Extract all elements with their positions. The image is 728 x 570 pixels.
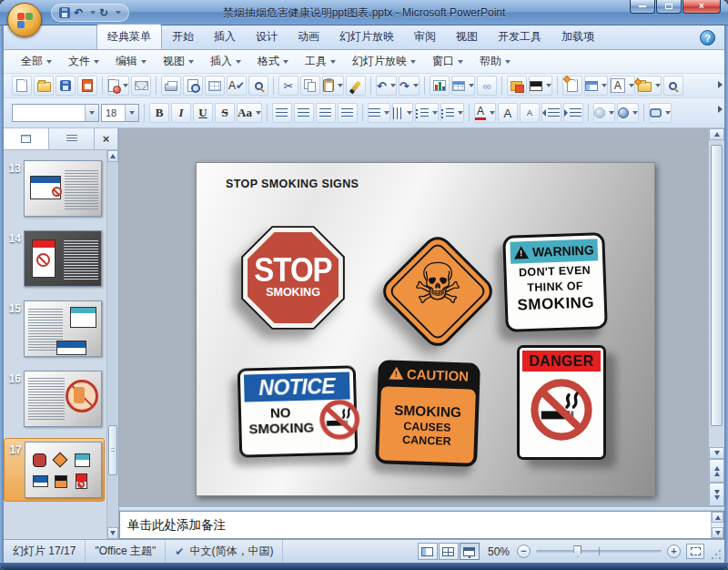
copy-button[interactable] (300, 76, 320, 96)
toolbar-overflow-icon[interactable] (718, 81, 723, 88)
panel-scrollbar[interactable] (106, 150, 118, 539)
scrollbar-thumb[interactable] (108, 425, 117, 475)
slide-thumbnail-16[interactable]: 16 (4, 368, 105, 430)
bold-button[interactable]: B (149, 103, 169, 123)
notes-scrollbar[interactable] (711, 512, 723, 538)
slide-canvas[interactable]: STOP SMOKING SIGNS STOP SMOKING ☠ ! WARN… (119, 128, 708, 506)
save-icon[interactable] (59, 7, 70, 18)
font-dialog-button[interactable]: A (610, 76, 635, 96)
align-right-button[interactable] (316, 103, 336, 123)
toolbar-overflow-icon[interactable] (718, 106, 723, 113)
language-status[interactable]: ✔ 中文(简体，中国) (166, 540, 283, 563)
print-preview-button[interactable] (183, 76, 203, 96)
zoom-button[interactable] (663, 76, 683, 96)
bullets-button[interactable] (440, 103, 464, 123)
undo-icon[interactable]: ↶ (74, 7, 83, 18)
zoom-slider-track[interactable] (536, 550, 662, 553)
decrease-indent-button[interactable] (541, 103, 561, 123)
slide-17[interactable]: STOP SMOKING SIGNS STOP SMOKING ☠ ! WARN… (196, 162, 655, 496)
skull-smoking-sign[interactable]: ☠ (377, 230, 499, 352)
slide-thumbnail-17-selected[interactable]: 17 (4, 438, 105, 502)
menu-help[interactable]: 帮助 (473, 51, 517, 72)
stop-smoking-sign[interactable]: STOP SMOKING (240, 225, 346, 331)
font-color-button[interactable]: A (474, 103, 496, 123)
table-button[interactable] (205, 76, 225, 96)
print-button[interactable] (161, 76, 181, 96)
save-as-button[interactable] (77, 76, 97, 96)
zoom-slider-thumb[interactable] (573, 545, 581, 557)
grow-font-button[interactable]: A (498, 103, 518, 123)
shape-effects-button[interactable] (617, 103, 639, 123)
notes-pane[interactable]: 单击此处添加备注 (119, 511, 724, 539)
fit-to-window-button[interactable] (686, 544, 704, 559)
menu-view[interactable]: 视图 (157, 51, 200, 72)
increase-indent-button[interactable] (563, 103, 583, 123)
tab-design[interactable]: 设计 (246, 25, 288, 49)
scroll-up-button[interactable] (709, 128, 724, 140)
font-size-combo[interactable]: 18 (101, 104, 139, 122)
tab-animation[interactable]: 动画 (288, 25, 329, 49)
scroll-down-button[interactable] (709, 447, 724, 459)
zoom-in-button[interactable]: + (667, 545, 681, 558)
menu-window[interactable]: 窗口 (426, 51, 470, 72)
research-button[interactable] (248, 76, 268, 96)
tab-review[interactable]: 审阅 (404, 25, 446, 49)
placeholder-button[interactable] (593, 103, 615, 123)
underline-button[interactable]: U (193, 103, 213, 123)
slide-thumbnail-15[interactable]: 15 (4, 298, 105, 360)
shape-style-button[interactable] (649, 103, 672, 123)
help-button[interactable]: ? (700, 30, 715, 46)
repeat-icon[interactable]: ↻ (99, 7, 108, 18)
scroll-down-button[interactable] (107, 527, 118, 539)
new-slide-button[interactable] (562, 76, 582, 96)
insert-table-button[interactable] (451, 76, 475, 96)
italic-button[interactable]: I (171, 103, 191, 123)
spelling-button[interactable]: A✔ (227, 76, 247, 96)
new-button[interactable] (12, 76, 32, 96)
cut-button[interactable]: ✂ (278, 76, 298, 96)
email-button[interactable] (131, 76, 151, 96)
normal-view-button[interactable] (418, 543, 438, 560)
format-painter-button[interactable] (346, 76, 366, 96)
warning-sign[interactable]: ! WARNING DON'T EVEN THINK OF SMOKING (502, 232, 608, 332)
font-size-dropdown[interactable] (125, 105, 138, 121)
hyperlink-button[interactable]: ∞ (477, 76, 497, 96)
office-button[interactable] (7, 3, 42, 37)
maximize-button[interactable] (656, 0, 682, 14)
font-name-dropdown[interactable] (85, 105, 98, 121)
font-name-combo[interactable] (12, 104, 99, 122)
change-case-button[interactable]: Aa (237, 103, 262, 123)
paste-button[interactable] (322, 76, 344, 96)
scroll-down-button[interactable] (712, 527, 723, 538)
zoom-out-button[interactable]: − (517, 545, 531, 558)
menu-insert[interactable]: 插入 (204, 51, 248, 72)
scroll-up-button[interactable] (107, 150, 118, 162)
menu-file[interactable]: 文件 (62, 51, 106, 72)
previous-slide-button[interactable] (709, 459, 724, 483)
slides-view-tab[interactable] (4, 128, 49, 149)
tab-slideshow[interactable]: 幻灯片放映 (329, 25, 404, 49)
menu-tools[interactable]: 工具 (298, 51, 342, 72)
slide-sorter-button[interactable] (439, 543, 459, 560)
menu-edit[interactable]: 编辑 (109, 51, 153, 72)
tab-classic-menu[interactable]: 经典菜单 (96, 24, 162, 49)
scroll-up-button[interactable] (712, 512, 723, 523)
undo-dropdown-caret-icon[interactable] (90, 11, 96, 15)
slide-thumbnail-13[interactable]: 13 (4, 158, 105, 219)
strikethrough-button[interactable]: S (215, 103, 235, 123)
insert-chart-button[interactable] (430, 76, 450, 96)
resize-grip[interactable] (710, 548, 723, 561)
black-white-button[interactable] (529, 76, 552, 96)
zoom-level[interactable]: 50% (480, 545, 517, 558)
caution-sign[interactable]: ! CAUTION SMOKING CAUSES CANCER (375, 360, 480, 467)
tab-view[interactable]: 视图 (446, 25, 488, 49)
notice-sign[interactable]: NOTICE NO SMOKING (238, 365, 359, 457)
panel-close-button[interactable]: × (95, 128, 118, 149)
qat-customize-caret-icon[interactable] (116, 11, 121, 15)
permission-button[interactable] (107, 76, 129, 96)
danger-sign[interactable]: DANGER (517, 345, 606, 460)
save-button[interactable] (56, 76, 76, 96)
align-center-button[interactable] (294, 103, 314, 123)
shrink-font-button[interactable]: A (520, 103, 540, 123)
open-theme-button[interactable] (637, 76, 662, 96)
